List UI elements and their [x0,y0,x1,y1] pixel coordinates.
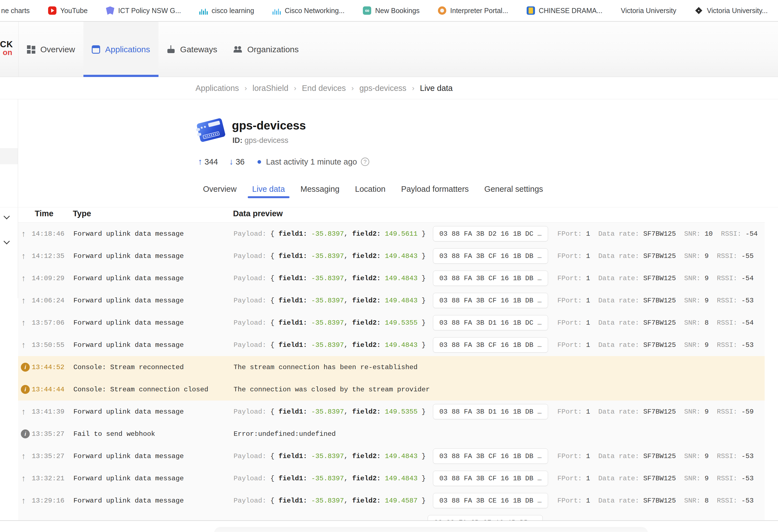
payload-hex-box[interactable]: 03 88 FA 3B CF 16 1B DB … [427,515,543,520]
nav-tab-overview[interactable]: Overview [19,22,83,77]
nav-tab-gateways[interactable]: Gateways [158,22,226,77]
table-row[interactable]: i13:44:44Console: Stream connection clos… [18,378,765,401]
preview-segment: { [270,275,278,282]
preview-segment: field1: [279,252,311,260]
breadcrumb-item[interactable]: Applications [196,84,239,93]
data-rate-value: SF7BW125 [643,230,684,238]
payload-label: Payload: [234,497,270,505]
help-icon[interactable]: ? [361,158,369,166]
data-rate-value: SF7BW125 [643,297,684,304]
device-id-label: ID: [232,136,242,145]
tab-messaging[interactable]: Messaging [296,180,344,198]
nav-tab-organizations[interactable]: Organizations [226,22,307,77]
uplink-count: 344 [205,157,218,167]
event-preview: The connection was closed by the stream … [234,386,430,393]
info-icon: i [21,363,30,372]
table-row[interactable]: ↑13:57:06Forward uplink data messagePayl… [18,312,765,334]
breadcrumb-band: Applications›loraShield›End devices›gps-… [0,77,778,99]
chevron-down-icon[interactable] [4,239,9,245]
payload-hex-box[interactable]: 03 88 FA 3B D1 16 1B DC … [433,315,548,331]
table-row[interactable]: ↑14:12:35Forward uplink data messagePayl… [18,245,765,267]
payload-hex-box[interactable]: 03 88 FA 3B CF 16 1B DB … [433,293,548,308]
field2-value: 149.4843 [385,475,418,482]
table-row[interactable]: ↑14:06:24Forward uplink data messagePayl… [18,289,765,312]
rssi-label: RSSI: [717,475,741,482]
tab-location[interactable]: Location [351,180,390,198]
table-row[interactable]: ↑14:18:46Forward uplink data messagePayl… [18,223,765,245]
table-row[interactable]: ↑13:50:55Forward uplink data messagePayl… [18,334,765,356]
breadcrumb-item[interactable]: End devices [302,84,346,93]
payload-hex-box[interactable]: 03 88 FA 3B CF 16 1B DB … [433,249,548,264]
payload-hex-box[interactable]: 03 88 FA 3B CE 16 1B DB … [433,493,548,508]
payload-hex-box[interactable]: 03 88 FA 3B D2 16 1B DC … [433,226,548,242]
payload-label: Payload: [234,319,270,327]
footer-shadow [214,527,648,532]
preview-segment: field1: [279,319,311,327]
tab-general-settings[interactable]: General settings [480,180,547,198]
grid-icon [27,45,35,54]
cisco-icon [273,6,281,15]
table-bottom-border [0,520,778,521]
bookmark-item[interactable]: ICT Policy NSW G... [106,6,181,15]
table-row[interactable]: i13:44:52Console: Stream reconnectedThe … [18,356,765,378]
data-rate-value: SF7BW125 [643,452,684,460]
payload-label: Payload: [234,452,270,460]
bookmark-item[interactable]: Victoria University [621,7,677,15]
snr-value: 9 [705,297,717,304]
bookmark-item[interactable]: CHINESE DRAMA... [527,6,603,15]
tab-payload-formatters[interactable]: Payload formatters [396,180,473,198]
event-type: Forward uplink data message [73,341,184,349]
payload-hex-box[interactable]: 03 88 FA 3B CF 16 1B DB … [433,271,548,286]
field1-value: -35.8397 [311,319,344,327]
preview-segment: field1: [279,408,311,416]
bookmark-item[interactable]: ∞New Bookings [363,6,419,15]
bookmark-item[interactable]: ne charts [1,7,30,15]
payload-hex-box[interactable]: 03 88 FA 3B CF 16 1B DB … [433,337,548,353]
bookmark-item[interactable]: Interpreter Portal... [438,6,508,15]
event-preview: Payload: { field1: -35.8397, field2: 149… [234,493,754,508]
payload-hex-box[interactable]: 03 88 FA 3B CF 16 1B DB … [433,471,548,486]
nav-tab-applications[interactable]: Applications [83,22,158,77]
event-time: 14:09:29 [32,275,65,282]
fport-label: FPort: [557,452,586,460]
bookmark-item[interactable]: Cisco Networking... [273,6,344,15]
data-rate-value: SF7BW125 [643,319,684,327]
preview-segment: , [344,452,352,460]
downlink-count: 36 [236,157,244,167]
tab-overview[interactable]: Overview [199,180,241,198]
event-message: The stream connection has been re-establ… [234,364,418,371]
field1-value: -35.8397 [311,452,344,460]
table-row[interactable]: ↑13:32:21Forward uplink data messagePayl… [18,467,765,490]
snr-label: SNR: [684,319,705,327]
breadcrumb-item[interactable]: gps-devicess [359,84,406,93]
table-row[interactable]: ↑13:29:16Forward uplink data messagePayl… [18,490,765,512]
rssi-value: -54 [746,230,758,238]
event-time: 14:12:35 [32,252,65,260]
payload-hex-box[interactable]: 03 88 FA 3B CF 16 1B DB … [433,449,548,464]
field2-value: 149.5355 [385,408,418,416]
fport-label: FPort: [557,408,586,416]
event-time: 13:29:16 [32,497,65,505]
chevron-down-icon[interactable] [4,214,9,219]
bookmark-item[interactable]: cisco learning [200,6,254,15]
snr-label: SNR: [684,475,705,482]
breadcrumb-item[interactable]: loraShield [252,84,288,93]
snr-value: 10 [705,230,721,238]
rssi-label: RSSI: [721,230,746,238]
table-row[interactable]: i13:35:27Fail to send webhookError:undef… [18,423,765,445]
device-tabs: OverviewLive dataMessagingLocationPayloa… [199,180,547,198]
bookmark-item[interactable]: YouTube [48,6,88,15]
table-row[interactable]: ↑13:35:27Forward uplink data messagePayl… [18,445,765,467]
preview-segment: , [344,252,352,260]
fport-label: FPort: [557,497,586,505]
table-row[interactable]: ↑14:09:29Forward uplink data messagePayl… [18,267,765,289]
uplink-arrow-icon: ↑ [198,157,203,167]
rssi-value: -53 [741,297,754,304]
payload-hex-box[interactable]: 03 88 FA 3B D1 16 1B DB … [433,404,548,420]
tab-live-data[interactable]: Live data [248,180,290,198]
uplink-arrow-icon: ↑ [21,407,25,416]
sidebar-selected-item[interactable] [0,148,18,164]
table-row[interactable]: ↑13:41:39Forward uplink data messagePayl… [18,401,765,423]
things-stack-logo[interactable]: CK on [0,40,12,57]
bookmark-item[interactable]: Victoria University... [695,6,768,15]
